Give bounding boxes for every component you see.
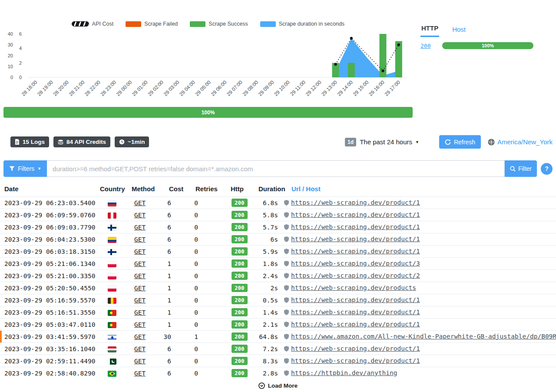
tab-host[interactable]: Host — [451, 26, 467, 37]
log-url-link[interactable]: https://web-scraping.dev/product/1 — [291, 211, 420, 218]
status-code-link[interactable]: 200 — [420, 43, 436, 49]
shield-icon — [284, 309, 289, 316]
log-url-link[interactable]: https://web-scraping.dev/product/2 — [291, 272, 420, 279]
filter-query-input[interactable] — [47, 160, 505, 177]
legend-item-scrape-success[interactable]: Scrape Success — [190, 21, 248, 27]
log-retries: 0 — [183, 233, 215, 246]
tab-http[interactable]: HTTP — [420, 24, 439, 37]
http-status-badge: 200 — [232, 199, 248, 207]
method-link[interactable]: GET — [134, 248, 146, 255]
svg-text:6: 6 — [19, 31, 22, 37]
legend-item-api-cost[interactable]: API Cost — [72, 21, 113, 27]
timezone-link[interactable]: America/New_York — [497, 138, 553, 146]
log-url-link[interactable]: https://web-scraping.dev/product/1 — [291, 199, 420, 206]
legend-label: API Cost — [92, 21, 113, 27]
scrape-failed-swatch — [126, 21, 141, 27]
table-row[interactable]: 2023-09-29 03:35:16.1040 GET 6 0 200 7.2… — [0, 343, 556, 355]
method-link[interactable]: GET — [134, 358, 146, 365]
method-link[interactable]: GET — [134, 272, 146, 279]
log-url-link[interactable]: https://web-scraping.dev/product/3 — [291, 260, 420, 267]
table-row[interactable]: 2023-09-29 05:21:00.3350 GET 1 0 200 2.4… — [0, 270, 556, 282]
method-link[interactable]: GET — [134, 260, 146, 267]
time-controls: 1d The past 24 hours ▼ Refresh America/N… — [345, 135, 553, 149]
log-url-link[interactable]: https://web-scraping.dev/product/1 — [291, 321, 420, 328]
time-range-dropdown[interactable]: The past 24 hours ▼ — [360, 138, 419, 146]
log-cost: 6 — [157, 355, 183, 367]
help-button[interactable]: ? — [541, 163, 553, 175]
scrape-success-swatch — [190, 21, 205, 27]
table-row[interactable]: 2023-09-29 05:21:06.1340 GET 1 0 200 1.8… — [0, 258, 556, 270]
log-url-link[interactable]: https://web-scraping.dev/product/1 — [291, 357, 420, 364]
method-link[interactable]: GET — [134, 345, 146, 352]
log-date: 2023-09-29 05:20:50.4550 — [0, 282, 99, 294]
country-flag — [108, 225, 116, 231]
svg-text:29 12:00: 29 12:00 — [304, 80, 322, 97]
log-url-link[interactable]: https://www.amazon.com/All-new-Kindle-Pa… — [291, 333, 556, 340]
method-link[interactable]: GET — [134, 224, 146, 231]
table-row[interactable]: 2023-09-29 03:41:59.5970 GET 30 1 200 64… — [0, 331, 556, 343]
svg-text:28 19:00: 28 19:00 — [36, 80, 54, 97]
table-row[interactable]: 2023-09-29 06:03:18.3150 GET 6 0 200 5.9… — [0, 246, 556, 258]
log-url-link[interactable]: https://web-scraping.dev/product/1 — [291, 223, 420, 230]
method-link[interactable]: GET — [134, 212, 146, 219]
col-header-url-host[interactable]: Url / Host — [284, 183, 556, 197]
table-row[interactable]: 2023-09-29 05:03:47.0110 GET 1 0 200 2.1… — [0, 319, 556, 331]
method-link[interactable]: GET — [134, 199, 146, 206]
table-row[interactable]: 2023-09-29 02:59:11.4490 GET 6 0 200 8.3… — [0, 355, 556, 367]
log-url-link[interactable]: https://web-scraping.dev/product/1 — [291, 236, 420, 243]
log-duration: 7.2s — [248, 343, 284, 355]
table-row[interactable]: 2023-09-29 05:16:59.5570 GET 1 0 200 0.5… — [0, 294, 556, 306]
method-link[interactable]: GET — [134, 309, 146, 316]
shield-icon — [284, 297, 289, 304]
log-url-link[interactable]: https://httpbin.dev/anything — [291, 369, 397, 376]
log-cost: 1 — [157, 319, 183, 331]
log-url-link[interactable]: https://web-scraping.dev/product/1 — [291, 296, 420, 303]
log-date: 2023-09-29 03:35:16.1040 — [0, 343, 99, 355]
log-date: 2023-09-29 02:58:40.8290 — [0, 367, 99, 379]
method-link[interactable]: GET — [134, 236, 146, 243]
logs-count-badge: 15 Logs — [10, 136, 49, 147]
log-retries: 0 — [183, 282, 215, 294]
legend-item-scrape-failed[interactable]: Scrape Failed — [126, 21, 178, 27]
http-status-badge: 200 — [232, 211, 248, 219]
method-link[interactable]: GET — [134, 321, 146, 328]
load-more-button[interactable]: Load More — [0, 382, 556, 389]
chart-legend: API Cost Scrape Failed Scrape Success Sc… — [3, 21, 413, 27]
log-date: 2023-09-29 06:04:23.5300 — [0, 233, 99, 246]
table-row[interactable]: 2023-09-29 05:20:50.4550 GET 1 0 200 2s … — [0, 282, 556, 294]
svg-text:30: 30 — [8, 42, 13, 47]
legend-item-duration[interactable]: Scrape duration in seconds — [260, 21, 344, 27]
table-row[interactable]: 2023-09-29 06:23:03.5400 GET 6 0 200 6.8… — [0, 197, 556, 209]
log-retries: 0 — [183, 294, 215, 306]
table-row[interactable]: 2023-09-29 06:09:59.0760 GET 6 0 200 5.8… — [0, 209, 556, 221]
svg-text:29 02:00: 29 02:00 — [147, 80, 164, 97]
table-row[interactable]: 2023-09-29 06:04:23.5300 GET 6 0 200 6s … — [0, 233, 556, 246]
log-url-link[interactable]: https://web-scraping.dev/product/1 — [291, 309, 420, 316]
caret-down-icon: ▼ — [37, 166, 41, 171]
method-link[interactable]: GET — [134, 285, 146, 292]
refresh-button[interactable]: Refresh — [439, 135, 481, 149]
log-url-link[interactable]: https://web-scraping.dev/product/1 — [291, 248, 420, 255]
method-link[interactable]: GET — [134, 370, 146, 377]
shield-icon — [284, 358, 289, 365]
method-link[interactable]: GET — [134, 333, 146, 340]
country-flag — [108, 237, 116, 243]
filter-submit-button[interactable]: Filter — [505, 160, 537, 177]
log-date: 2023-09-29 06:09:59.0760 — [0, 209, 99, 221]
log-url-link[interactable]: https://web-scraping.dev/products — [291, 284, 416, 291]
log-cost: 6 — [157, 246, 183, 258]
filters-dropdown-button[interactable]: Filters ▼ — [3, 160, 47, 177]
table-row[interactable]: 2023-09-29 06:09:03.7790 GET 6 0 200 5.7… — [0, 221, 556, 233]
log-cost: 6 — [157, 197, 183, 209]
table-row[interactable]: 2023-09-29 02:58:40.8290 GET 6 0 200 2.8… — [0, 367, 556, 379]
log-date: 2023-09-29 05:21:00.3350 — [0, 270, 99, 282]
log-date: 2023-09-29 06:23:03.5400 — [0, 197, 99, 209]
svg-text:29 00:00: 29 00:00 — [115, 80, 132, 97]
log-duration: 1.4s — [248, 306, 284, 319]
log-url-link[interactable]: https://web-scraping.dev/product/1 — [291, 345, 420, 352]
filter-bar: Filters ▼ Filter ? — [3, 160, 553, 177]
method-link[interactable]: GET — [134, 297, 146, 304]
table-row[interactable]: 2023-09-29 05:16:51.3550 GET 1 0 200 1.4… — [0, 306, 556, 319]
funnel-icon — [9, 166, 15, 171]
svg-text:28 21:00: 28 21:00 — [68, 80, 85, 97]
